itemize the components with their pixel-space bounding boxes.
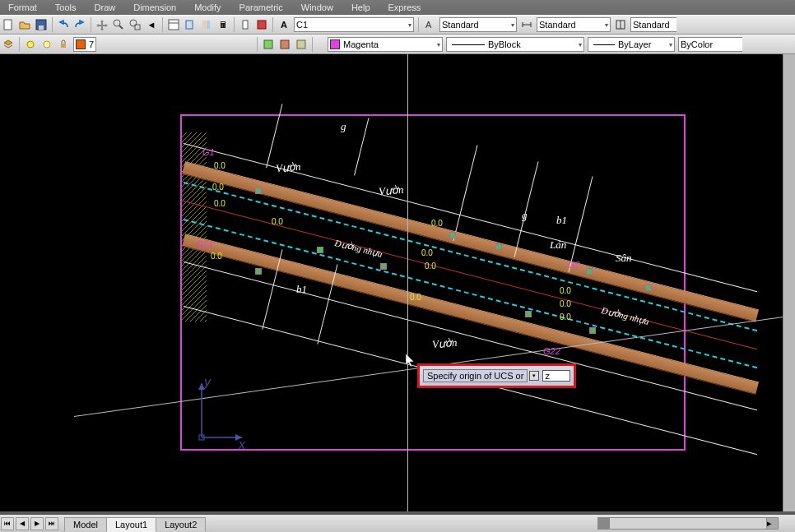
node-g2: G2 <box>568 260 580 270</box>
tablestyle-icon[interactable] <box>613 17 628 32</box>
open-file-icon[interactable] <box>17 17 32 32</box>
lineweight-value: ByLayer <box>618 39 651 49</box>
layer-on-icon[interactable] <box>23 37 38 52</box>
tab-prev-icon[interactable]: ◀ <box>16 517 29 530</box>
tab-next-icon[interactable]: ▶ <box>30 517 44 530</box>
ucs-y-label: y <box>204 375 211 390</box>
label-lan: Lán <box>550 238 566 252</box>
survey-marker <box>523 309 532 317</box>
tab-layout1[interactable]: Layout1 <box>106 517 156 532</box>
zoom-realtime-icon[interactable] <box>111 17 126 32</box>
tab-last-icon[interactable]: ⏭ <box>45 517 58 530</box>
tab-first-icon[interactable]: ⏮ <box>1 517 14 530</box>
prompt-options-icon[interactable]: ▾ <box>529 371 539 381</box>
menu-format[interactable]: Format <box>8 2 37 12</box>
tab-layout2[interactable]: Layout2 <box>156 517 206 531</box>
menu-help[interactable]: Help <box>351 2 370 12</box>
ucs-x-label: x <box>239 437 245 452</box>
svg-rect-23 <box>264 40 272 49</box>
svg-rect-13 <box>258 21 266 29</box>
layout-tabs-bar: ⏮ ◀ ▶ ⏭ Model Layout1 Layout2 ▸ <box>0 513 795 532</box>
svg-rect-22 <box>61 44 66 48</box>
tool-palettes-icon[interactable] <box>199 17 214 32</box>
tablestyle-dropdown[interactable]: Standard <box>630 17 676 32</box>
prompt-input[interactable] <box>542 370 570 382</box>
textstyle-dropdown[interactable]: Standard▾ <box>439 17 517 32</box>
color-dropdown[interactable]: Magenta▾ <box>328 37 443 52</box>
lineweight-dropdown[interactable]: ByLayer▾ <box>588 37 675 52</box>
menu-dimension[interactable]: Dimension <box>133 2 176 12</box>
layer-dropdown[interactable]: 7 <box>73 37 96 52</box>
survey-marker <box>644 283 652 291</box>
menu-draw[interactable]: Draw <box>95 2 116 12</box>
dimstyle-icon[interactable] <box>519 17 534 32</box>
toolbar-standard: ◄ 🖩 A C1▾ A Standard▾ Standard▾ Standard <box>0 15 795 35</box>
svg-rect-12 <box>243 21 248 29</box>
menu-window[interactable]: Window <box>301 2 333 12</box>
dim-11: 0.0 <box>560 312 571 322</box>
survey-marker <box>494 242 502 250</box>
svg-line-4 <box>119 25 123 29</box>
menu-bar: Format Tools Draw Dimension Modify Param… <box>0 0 795 15</box>
pan-icon[interactable] <box>95 17 109 32</box>
dim-7: 0.0 <box>425 261 436 271</box>
node-g21: G21 <box>196 239 213 249</box>
color-value: Magenta <box>343 39 379 49</box>
hscrollbar[interactable]: ▸ <box>597 517 779 530</box>
textstyle-icon[interactable]: A <box>422 17 437 32</box>
redo-icon[interactable] <box>72 17 87 32</box>
dim-9: 0.0 <box>560 286 571 295</box>
dim-3: 0.0 <box>214 199 225 208</box>
survey-marker <box>379 261 387 270</box>
new-file-icon[interactable] <box>1 17 16 32</box>
plotstyle-dropdown[interactable]: ByColor <box>678 37 742 52</box>
linetype-dropdown[interactable]: ByBlock▾ <box>446 37 584 52</box>
zoom-previous-icon[interactable]: ◄ <box>144 17 159 32</box>
svg-rect-9 <box>186 21 193 29</box>
layer-props-icon[interactable] <box>1 37 16 52</box>
calc-icon[interactable]: 🖩 <box>216 17 230 32</box>
survey-marker <box>448 230 456 238</box>
label-g-2: g <box>522 209 528 222</box>
textstyle-value: Standard <box>442 20 479 30</box>
label-g-1: g <box>341 120 346 133</box>
toolbar-layers: 7 Magenta▾ ByBlock▾ ByLayer▾ ByColor <box>0 35 795 54</box>
undo-icon[interactable] <box>56 17 71 32</box>
label-vuon-1: Vườn <box>275 160 301 176</box>
clean-icon[interactable] <box>238 17 253 32</box>
layer-lock-icon[interactable] <box>56 37 71 52</box>
menu-tools[interactable]: Tools <box>55 2 77 12</box>
dimstyle-value: Standard <box>539 20 576 30</box>
layer-freeze-icon[interactable] <box>40 37 54 52</box>
layer-iso-icon[interactable] <box>261 37 276 52</box>
drawing-canvas[interactable]: Vườn Vườn Vườn g g b1 b1 Lán Sân Đường n… <box>0 54 795 511</box>
svg-rect-2 <box>39 25 44 30</box>
ssm-icon[interactable] <box>183 17 198 32</box>
svg-rect-10 <box>202 21 206 29</box>
dimstyle-dropdown[interactable]: Standard▾ <box>537 17 611 32</box>
label-vuon-2: Vườn <box>378 183 404 199</box>
zoom-window-icon[interactable] <box>128 17 142 32</box>
hscroll-thumb[interactable] <box>598 518 610 529</box>
layer-uniso-icon[interactable] <box>277 37 292 52</box>
vscrollbar[interactable] <box>783 54 795 511</box>
dim-5: 0.0 <box>272 217 283 226</box>
menu-express[interactable]: Express <box>388 2 421 12</box>
svg-point-5 <box>130 20 137 26</box>
survey-marker <box>588 326 596 334</box>
annotation-scale-value: C1 <box>296 20 308 30</box>
app-icon[interactable] <box>254 17 269 32</box>
menu-parametric[interactable]: Parametric <box>239 2 283 12</box>
layer-match-icon[interactable] <box>294 37 309 52</box>
layer-color-swatch <box>76 39 86 49</box>
menu-modify[interactable]: Modify <box>194 2 221 12</box>
node-g22: G22 <box>543 346 560 356</box>
save-icon[interactable] <box>34 17 49 32</box>
dim-12: 0.0 <box>410 293 421 302</box>
tab-model[interactable]: Model <box>64 517 107 531</box>
annotate-icon[interactable]: A <box>277 17 291 32</box>
plotstyle-value: ByColor <box>681 39 713 49</box>
annotation-scale-dropdown[interactable]: C1▾ <box>294 17 414 32</box>
properties-icon[interactable] <box>166 17 181 32</box>
hscroll-right-icon[interactable]: ▸ <box>766 518 778 529</box>
